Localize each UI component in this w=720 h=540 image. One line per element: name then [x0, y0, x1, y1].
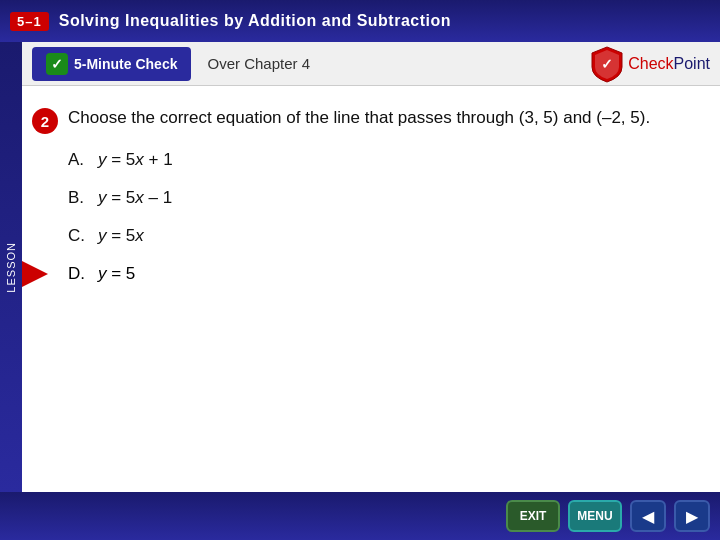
- option-c-row: C. y = 5x: [68, 226, 700, 246]
- option-a-row: A. y = 5x + 1: [68, 150, 700, 170]
- over-chapter-label: Over Chapter 4: [207, 55, 310, 72]
- selected-arrow-indicator: [22, 261, 48, 287]
- svg-text:✓: ✓: [601, 56, 613, 72]
- left-strip: LESSON: [0, 42, 22, 492]
- option-c-letter: C.: [68, 226, 88, 246]
- option-b-letter: B.: [68, 188, 88, 208]
- next-arrow-icon: ▶: [686, 507, 698, 526]
- checkpoint-shield-icon: ✓: [590, 45, 624, 83]
- left-strip-label: LESSON: [5, 242, 17, 293]
- main-content: ✓ 5-Minute Check Over Chapter 4 ✓ CheckP…: [22, 42, 720, 492]
- five-minute-check-bar: ✓ 5-Minute Check Over Chapter 4 ✓ CheckP…: [22, 42, 720, 86]
- arrow-icon: [22, 261, 48, 287]
- question-row: 2 Choose the correct equation of the lin…: [32, 106, 700, 134]
- menu-button[interactable]: MENU: [568, 500, 622, 532]
- checkpoint-text: CheckPoint: [628, 55, 710, 73]
- bottom-nav-bar: EXIT MENU ◀ ▶: [0, 492, 720, 540]
- option-b-formula: y = 5x – 1: [98, 188, 172, 208]
- checkpoint-logo: ✓ CheckPoint: [590, 45, 710, 83]
- option-b-row: B. y = 5x – 1: [68, 188, 700, 208]
- options-area: A. y = 5x + 1 B. y = 5x – 1 C. y = 5x D.…: [32, 150, 700, 284]
- question-number: 2: [32, 108, 58, 134]
- checkpoint-check-text: Check: [628, 55, 673, 72]
- option-d-formula: y = 5: [98, 264, 135, 284]
- option-a-letter: A.: [68, 150, 88, 170]
- question-area: 2 Choose the correct equation of the lin…: [22, 86, 720, 294]
- option-c-formula: y = 5x: [98, 226, 144, 246]
- option-d-letter: D.: [68, 264, 88, 284]
- five-minute-label: 5-Minute Check: [74, 56, 177, 72]
- option-a-formula: y = 5x + 1: [98, 150, 173, 170]
- next-button[interactable]: ▶: [674, 500, 710, 532]
- header-title: Solving Inequalities by Addition and Sub…: [59, 12, 451, 30]
- check-icon: ✓: [46, 53, 68, 75]
- question-text: Choose the correct equation of the line …: [68, 106, 650, 130]
- lesson-badge: 5–1: [10, 12, 49, 31]
- exit-button[interactable]: EXIT: [506, 500, 560, 532]
- header-bar: 5–1 Solving Inequalities by Addition and…: [0, 0, 720, 42]
- prev-button[interactable]: ◀: [630, 500, 666, 532]
- option-d-row: D. y = 5: [68, 264, 700, 284]
- five-minute-badge: ✓ 5-Minute Check: [32, 47, 191, 81]
- prev-arrow-icon: ◀: [642, 507, 654, 526]
- checkpoint-point-text: Point: [674, 55, 710, 72]
